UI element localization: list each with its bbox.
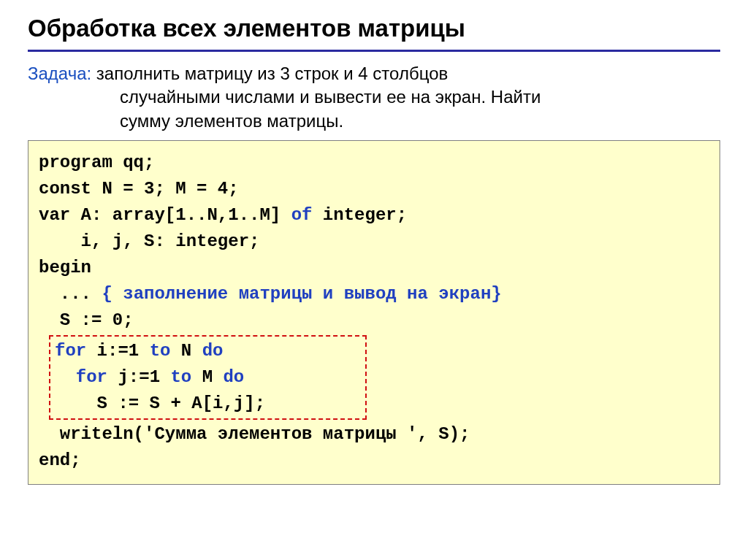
- code-line: const N = 3; M = 4;: [39, 176, 709, 202]
- code-line: ... { заполнение матрицы и вывод на экра…: [39, 281, 709, 307]
- code-keyword: to: [150, 341, 171, 361]
- code-text: i:=1: [86, 341, 149, 361]
- code-line: program qq;: [39, 150, 709, 176]
- slide-title: Обработка всех элементов матрицы: [28, 15, 720, 52]
- code-line: S := S + A[i,j];: [55, 391, 361, 417]
- code-line: var A: array[1..N,1..M] of integer;: [39, 202, 709, 229]
- task-line3: сумму элементов матрицы.: [28, 110, 720, 133]
- code-text: j:=1: [107, 367, 170, 387]
- code-keyword: of: [291, 205, 313, 225]
- code-line: for i:=1 to N do: [55, 338, 361, 364]
- task-line2: случайными числами и вывести ее на экран…: [28, 85, 720, 109]
- code-line: begin: [39, 255, 709, 281]
- code-text: N: [170, 341, 202, 361]
- task-description: Задача: заполнить матрицу из 3 строк и 4…: [28, 62, 720, 133]
- code-text: M: [191, 367, 223, 387]
- code-keyword: do: [202, 341, 224, 361]
- code-text: ...: [39, 284, 102, 304]
- code-line: end;: [39, 448, 709, 474]
- code-line: for j:=1 to M do: [55, 364, 361, 391]
- code-block: program qq; const N = 3; M = 4; var A: a…: [28, 140, 720, 485]
- code-line: writeln('Сумма элементов матрицы ', S);: [39, 421, 709, 448]
- code-line: i, j, S: integer;: [39, 229, 709, 255]
- code-keyword: do: [223, 367, 244, 387]
- code-keyword: to: [170, 367, 191, 387]
- code-line: S := 0;: [39, 307, 709, 334]
- code-keyword: for: [55, 341, 86, 361]
- code-comment: { заполнение матрицы и вывод на экран}: [102, 284, 501, 304]
- task-line1: заполнить матрицу из 3 строк и 4 столбцо…: [91, 64, 448, 83]
- nested-loop-highlight: for i:=1 to N do for j:=1 to M do S := S…: [49, 335, 367, 420]
- code-keyword: for: [55, 367, 107, 387]
- task-label: Задача:: [28, 64, 91, 83]
- code-text: var A: array[1..N,1..M]: [39, 205, 291, 225]
- code-text: integer;: [312, 205, 407, 225]
